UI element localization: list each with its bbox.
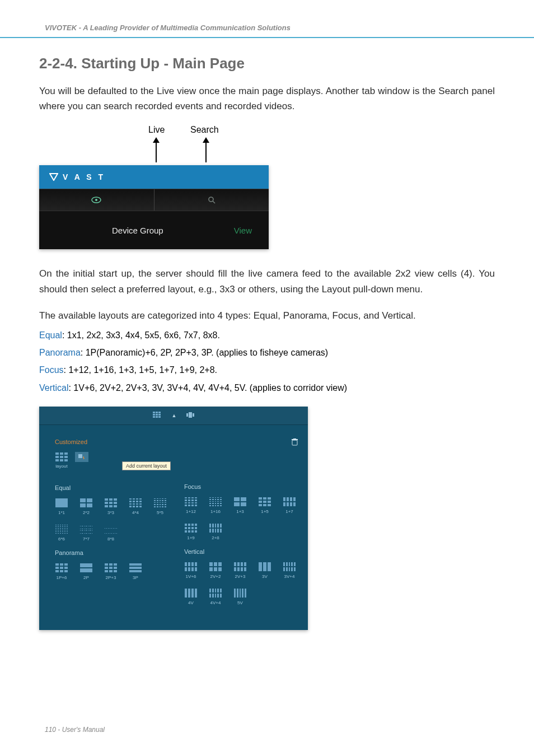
line-focus: Focus: 1+12, 1+16, 1+3, 1+5, 1+7, 1+9, 2…	[39, 362, 495, 377]
layout-option-7*7[interactable]: 7*7	[79, 524, 93, 542]
toolbar-grid-icon[interactable]	[153, 412, 162, 419]
layout-option-5*5[interactable]: 5*5	[153, 498, 167, 515]
layout-option-1*1[interactable]: 1*1	[55, 498, 68, 515]
layout-option-1+16[interactable]: 1+16	[209, 497, 222, 514]
add-layout-icon	[78, 454, 85, 460]
layout-option-1V+6[interactable]: 1V+6	[184, 562, 198, 579]
layout-option-label: 3V	[262, 574, 268, 579]
layout-option-label: 2P+3	[106, 575, 116, 580]
svg-point-2	[209, 197, 213, 202]
svg-line-3	[213, 201, 215, 203]
add-layout-button[interactable]	[75, 452, 88, 462]
layout-option-label: 3P	[133, 575, 138, 580]
svg-rect-16	[78, 454, 82, 458]
trash-row: .	[184, 438, 298, 447]
layout-option-1+9[interactable]: 1+9	[184, 523, 198, 540]
layout-option-1+7[interactable]: 1+7	[283, 497, 296, 514]
layout-option-4V+4[interactable]: 4V+4	[209, 588, 222, 605]
layout-option-label: 3V+4	[284, 574, 295, 579]
svg-rect-13	[186, 413, 188, 417]
svg-rect-17	[292, 440, 297, 445]
svg-rect-10	[153, 416, 155, 418]
key-panorama: Panorama	[39, 348, 81, 357]
intro-paragraph: You will be defaulted to the Live view o…	[39, 83, 495, 114]
layout-option-1+3[interactable]: 1+3	[233, 497, 247, 514]
layout-option-label: 3*3	[107, 510, 114, 515]
magnifier-icon	[208, 196, 216, 204]
layout-option-label: 1+16	[210, 509, 221, 514]
device-group-label: Device Group	[112, 226, 163, 235]
category-vertical: Vertical	[184, 548, 298, 555]
val-equal: : 1x1, 2x2, 3x3, 4x4, 5x5, 6x6, 7x7, 8x8…	[62, 330, 220, 340]
layout-option-label: 4V	[188, 600, 194, 605]
line-vertical: Vertical: 1V+6, 2V+2, 2V+3, 3V, 3V+4, 4V…	[39, 380, 495, 395]
layout-option-4V[interactable]: 4V	[184, 588, 198, 605]
eye-icon	[91, 197, 101, 203]
tab-live[interactable]	[39, 189, 154, 211]
layout-option-4*4[interactable]: 4*4	[129, 498, 142, 515]
layout-option-label: 7*7	[83, 536, 90, 542]
chevron-up-icon[interactable]: ▲	[172, 413, 177, 418]
layout-option-1+5[interactable]: 1+5	[258, 497, 271, 514]
trash-icon[interactable]	[292, 438, 298, 447]
line-equal: Equal: 1x1, 2x2, 3x3, 4x4, 5x5, 6x6, 7x7…	[39, 328, 495, 343]
layout-option-label: 1P+6	[57, 575, 67, 580]
section-title: 2-2-4. Starting Up - Main Page	[39, 55, 495, 72]
layout-option-2V+2[interactable]: 2V+2	[209, 562, 222, 579]
layout-option-label: 1+5	[261, 509, 269, 514]
layout-option-3*3[interactable]: 3*3	[104, 498, 118, 515]
layout-option-label: 2+8	[212, 535, 219, 540]
view-label[interactable]: View	[234, 226, 252, 235]
app-title-bar: V A S T	[39, 165, 269, 189]
layout-option-2+8[interactable]: 2+8	[209, 523, 222, 540]
pointer-search	[203, 137, 209, 162]
layout-option-3V+4[interactable]: 3V+4	[283, 562, 296, 579]
val-focus: : 1+12, 1+16, 1+3, 1+5, 1+7, 1+9, 2+8.	[64, 365, 217, 375]
layout-option-3P[interactable]: 3P	[129, 563, 142, 580]
svg-rect-6	[158, 412, 161, 413]
label-search: Search	[190, 125, 219, 135]
layout-option-2V+3[interactable]: 2V+3	[233, 562, 247, 579]
layout-option-2P[interactable]: 2P	[79, 563, 93, 580]
custom-layout-item[interactable]: layout	[55, 452, 68, 469]
svg-rect-14	[189, 412, 192, 418]
layout-option-8*8[interactable]: 8*8	[104, 524, 118, 542]
layout-option-2*2[interactable]: 2*2	[79, 498, 93, 515]
layout-option-label: 1+9	[187, 535, 195, 540]
key-equal: Equal	[39, 330, 62, 340]
layout-option-label: 6*6	[58, 536, 65, 542]
svg-rect-8	[156, 414, 158, 416]
custom-layout-label: layout	[55, 464, 67, 469]
tab-search[interactable]	[154, 189, 269, 211]
layout-option-2P+3[interactable]: 2P+3	[104, 563, 118, 580]
layout-option-1+12[interactable]: 1+12	[184, 497, 198, 514]
layout-option-label: 8*8	[107, 536, 114, 542]
layout-option-label: 2P	[83, 575, 89, 580]
fullscreen-icon[interactable]	[186, 412, 194, 419]
label-live: Live	[148, 125, 165, 135]
layout-option-label: 1+3	[236, 509, 244, 514]
page-footer: 110 - User's Manual	[45, 726, 105, 734]
layout-option-5V[interactable]: 5V	[233, 588, 247, 605]
pointer-live	[153, 137, 160, 162]
key-focus: Focus	[39, 365, 64, 375]
layout-option-1P+6[interactable]: 1P+6	[55, 563, 68, 580]
p-categories: The available layouts are categorized in…	[39, 308, 495, 323]
svg-rect-7	[153, 414, 155, 416]
category-equal: Equal	[55, 484, 168, 491]
category-panorama: Panorama	[55, 549, 168, 556]
svg-rect-5	[156, 412, 158, 413]
svg-rect-4	[153, 412, 155, 413]
layout-option-6*6[interactable]: 6*6	[55, 524, 68, 542]
app-name: V A S T	[63, 172, 105, 181]
layout-option-3V[interactable]: 3V	[258, 562, 271, 579]
svg-rect-15	[193, 413, 194, 417]
layout-option-label: 2*2	[83, 510, 90, 515]
category-focus: Focus	[184, 483, 298, 490]
figure-layout-picker: ▲ Customized layout	[39, 407, 308, 630]
svg-point-1	[95, 199, 97, 201]
key-vertical: Vertical	[39, 383, 68, 393]
layout-option-label: 1*1	[58, 510, 65, 515]
p-startup: On the initial start up, the server shou…	[39, 266, 495, 296]
svg-rect-11	[156, 416, 158, 418]
